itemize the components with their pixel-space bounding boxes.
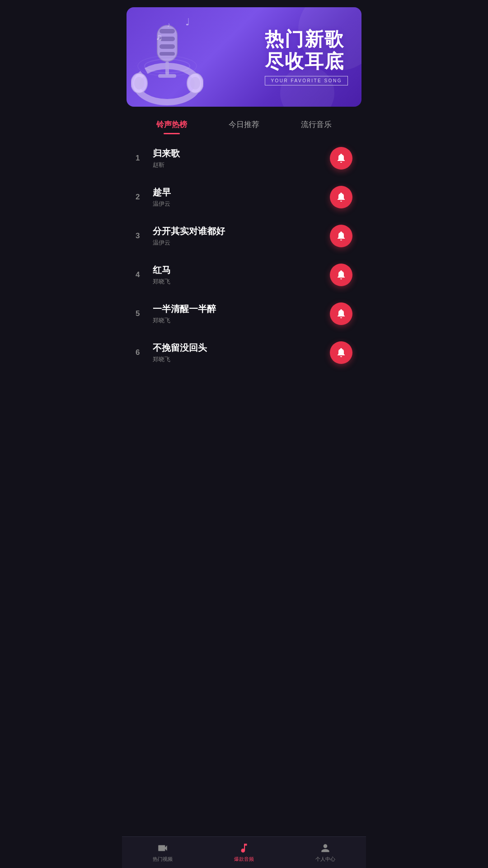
song-rank-1: 1 <box>136 154 148 163</box>
song-rank-2: 2 <box>136 193 148 202</box>
music-note-2: ♫ <box>156 32 163 42</box>
bell-button-2[interactable] <box>330 186 352 208</box>
svg-point-2 <box>134 77 144 90</box>
song-item-3: 3 分开其实对谁都好 温伊云 <box>136 217 352 255</box>
song-rank-5: 5 <box>136 309 148 318</box>
banner-illustration <box>131 16 203 107</box>
svg-rect-9 <box>160 52 175 56</box>
song-item-4: 4 红马 郑晓飞 <box>136 255 352 294</box>
song-rank-4: 4 <box>136 270 148 279</box>
bell-button-4[interactable] <box>330 264 352 286</box>
song-artist-3: 温伊云 <box>153 239 330 247</box>
song-list: 1 归来歌 赵靳 2 趁早 温伊云 3 <box>127 139 361 372</box>
song-item-6: 6 不挽留没回头 郑晓飞 <box>136 333 352 372</box>
song-title-3: 分开其实对谁都好 <box>153 226 330 236</box>
song-rank-3: 3 <box>136 231 148 241</box>
song-item-1: 1 归来歌 赵靳 <box>136 139 352 178</box>
song-item-2: 2 趁早 温伊云 <box>136 178 352 217</box>
svg-rect-8 <box>160 44 175 49</box>
song-rank-6: 6 <box>136 348 148 357</box>
song-title-1: 归来歌 <box>153 148 330 159</box>
bell-button-5[interactable] <box>330 302 352 325</box>
song-info-2: 趁早 温伊云 <box>148 187 330 208</box>
song-artist-6: 郑晓飞 <box>153 355 330 363</box>
music-note-3: ♩ <box>185 16 190 28</box>
tab-today-recommend[interactable]: 今日推荐 <box>208 114 280 134</box>
song-title-2: 趁早 <box>153 187 330 198</box>
banner-text-area: 热门新歌 尽收耳底 YOUR FAVORITE SONG <box>265 28 348 85</box>
song-info-1: 归来歌 赵靳 <box>148 148 330 169</box>
banner: ♪ ♫ ♩ <box>127 7 361 107</box>
tab-ringtone-chart[interactable]: 铃声热榜 <box>136 114 208 134</box>
song-info-6: 不挽留没回头 郑晓飞 <box>148 342 330 363</box>
song-title-5: 一半清醒一半醉 <box>153 303 330 314</box>
tab-bar: 铃声热榜 今日推荐 流行音乐 <box>127 114 361 134</box>
song-artist-4: 郑晓飞 <box>153 278 330 286</box>
banner-title-line2: 尽收耳底 <box>265 51 344 72</box>
tab-popular-music[interactable]: 流行音乐 <box>280 114 352 134</box>
song-item-5: 5 一半清醒一半醉 郑晓飞 <box>136 294 352 333</box>
song-artist-2: 温伊云 <box>153 200 330 208</box>
song-info-3: 分开其实对谁都好 温伊云 <box>148 226 330 247</box>
music-note-1: ♪ <box>167 21 170 28</box>
song-info-5: 一半清醒一半醉 郑晓飞 <box>148 303 330 325</box>
svg-point-4 <box>190 77 200 90</box>
banner-subtitle: YOUR FAVORITE SONG <box>265 76 348 85</box>
song-info-4: 红马 郑晓飞 <box>148 264 330 286</box>
song-artist-1: 赵靳 <box>153 161 330 169</box>
song-title-6: 不挽留没回头 <box>153 342 330 353</box>
song-title-4: 红马 <box>153 264 330 275</box>
bell-button-3[interactable] <box>330 225 352 247</box>
bell-button-6[interactable] <box>330 341 352 364</box>
banner-title-line1: 热门新歌 <box>265 28 344 50</box>
bell-button-1[interactable] <box>330 147 352 170</box>
song-artist-5: 郑晓飞 <box>153 316 330 325</box>
